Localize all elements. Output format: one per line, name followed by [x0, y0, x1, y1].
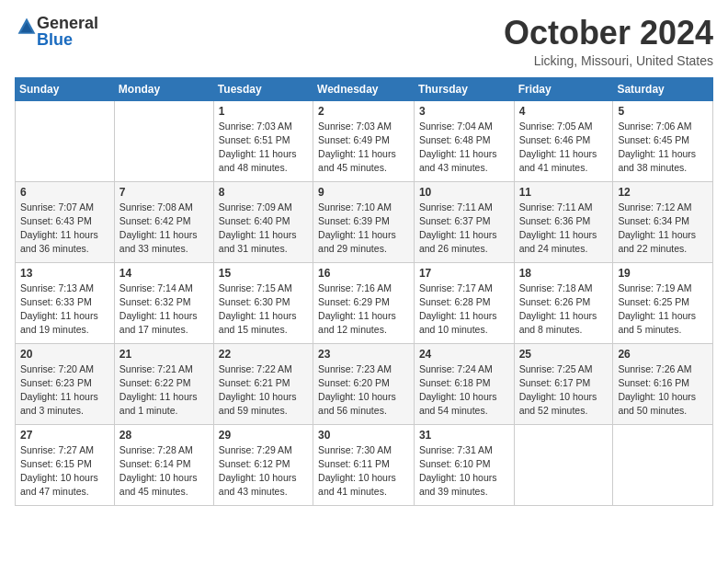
- day-info: Sunrise: 7:22 AMSunset: 6:21 PMDaylight:…: [219, 362, 308, 419]
- day-info: Sunrise: 7:11 AMSunset: 6:37 PMDaylight:…: [419, 201, 509, 257]
- day-number: 17: [419, 267, 509, 280]
- day-number: 7: [119, 186, 209, 199]
- day-number: 10: [419, 186, 509, 199]
- day-number: 19: [618, 267, 708, 280]
- day-info: Sunrise: 7:21 AMSunset: 6:22 PMDaylight:…: [119, 362, 209, 419]
- calendar-table: SundayMondayTuesdayWednesdayThursdayFrid…: [15, 77, 713, 506]
- week-row-3: 13Sunrise: 7:13 AMSunset: 6:33 PMDayligh…: [16, 262, 713, 343]
- calendar-cell: 27Sunrise: 7:27 AMSunset: 6:15 PMDayligh…: [16, 424, 115, 505]
- calendar-cell: 22Sunrise: 7:22 AMSunset: 6:21 PMDayligh…: [213, 343, 313, 424]
- calendar-cell: 28Sunrise: 7:28 AMSunset: 6:14 PMDayligh…: [114, 424, 213, 505]
- calendar-cell: 21Sunrise: 7:21 AMSunset: 6:22 PMDayligh…: [114, 343, 213, 424]
- day-number: 6: [20, 186, 109, 199]
- day-info: Sunrise: 7:25 AMSunset: 6:17 PMDaylight:…: [519, 362, 609, 419]
- day-number: 8: [219, 186, 308, 199]
- calendar-cell: 31Sunrise: 7:31 AMSunset: 6:10 PMDayligh…: [414, 424, 514, 505]
- day-info: Sunrise: 7:04 AMSunset: 6:48 PMDaylight:…: [419, 120, 509, 176]
- calendar-cell: 1Sunrise: 7:03 AMSunset: 6:51 PMDaylight…: [213, 100, 313, 181]
- day-info: Sunrise: 7:05 AMSunset: 6:46 PMDaylight:…: [519, 120, 609, 176]
- day-info: Sunrise: 7:23 AMSunset: 6:20 PMDaylight:…: [318, 362, 409, 419]
- day-number: 27: [20, 429, 109, 442]
- week-row-2: 6Sunrise: 7:07 AMSunset: 6:43 PMDaylight…: [16, 181, 713, 262]
- calendar-cell: 15Sunrise: 7:15 AMSunset: 6:30 PMDayligh…: [213, 262, 313, 343]
- calendar-cell: 2Sunrise: 7:03 AMSunset: 6:49 PMDaylight…: [313, 100, 415, 181]
- calendar-cell: 18Sunrise: 7:18 AMSunset: 6:26 PMDayligh…: [514, 262, 613, 343]
- calendar-cell: 3Sunrise: 7:04 AMSunset: 6:48 PMDaylight…: [414, 100, 514, 181]
- day-info: Sunrise: 7:12 AMSunset: 6:34 PMDaylight:…: [618, 201, 708, 257]
- day-number: 23: [318, 348, 409, 361]
- day-number: 16: [318, 267, 409, 280]
- week-row-5: 27Sunrise: 7:27 AMSunset: 6:15 PMDayligh…: [16, 424, 713, 505]
- header: General Blue October 2024 Licking, Misso…: [15, 15, 713, 68]
- logo: General Blue: [15, 15, 98, 48]
- calendar-cell: 6Sunrise: 7:07 AMSunset: 6:43 PMDaylight…: [16, 181, 115, 262]
- day-info: Sunrise: 7:14 AMSunset: 6:32 PMDaylight:…: [119, 282, 209, 338]
- page: General Blue October 2024 Licking, Misso…: [0, 0, 728, 563]
- day-number: 14: [119, 267, 209, 280]
- location: Licking, Missouri, United States: [504, 53, 713, 68]
- calendar-cell: 23Sunrise: 7:23 AMSunset: 6:20 PMDayligh…: [313, 343, 415, 424]
- day-number: 1: [219, 105, 308, 118]
- day-info: Sunrise: 7:17 AMSunset: 6:28 PMDaylight:…: [419, 282, 509, 338]
- header-thursday: Thursday: [414, 77, 514, 100]
- calendar-cell: 26Sunrise: 7:26 AMSunset: 6:16 PMDayligh…: [613, 343, 713, 424]
- day-info: Sunrise: 7:18 AMSunset: 6:26 PMDaylight:…: [519, 282, 609, 338]
- day-number: 12: [618, 186, 708, 199]
- calendar-cell: 16Sunrise: 7:16 AMSunset: 6:29 PMDayligh…: [313, 262, 415, 343]
- day-info: Sunrise: 7:19 AMSunset: 6:25 PMDaylight:…: [618, 282, 708, 338]
- day-number: 21: [119, 348, 209, 361]
- week-row-1: 1Sunrise: 7:03 AMSunset: 6:51 PMDaylight…: [16, 100, 713, 181]
- day-info: Sunrise: 7:30 AMSunset: 6:11 PMDaylight:…: [318, 443, 409, 500]
- day-number: 26: [618, 348, 708, 361]
- header-monday: Monday: [114, 77, 213, 100]
- calendar-cell: 30Sunrise: 7:30 AMSunset: 6:11 PMDayligh…: [313, 424, 415, 505]
- day-number: 5: [618, 105, 708, 118]
- calendar-cell: 13Sunrise: 7:13 AMSunset: 6:33 PMDayligh…: [16, 262, 115, 343]
- calendar-cell: [114, 100, 213, 181]
- month-title: October 2024: [504, 15, 713, 52]
- header-friday: Friday: [514, 77, 613, 100]
- day-number: 11: [519, 186, 609, 199]
- calendar-cell: 11Sunrise: 7:11 AMSunset: 6:36 PMDayligh…: [514, 181, 613, 262]
- day-info: Sunrise: 7:09 AMSunset: 6:40 PMDaylight:…: [219, 201, 308, 257]
- day-info: Sunrise: 7:03 AMSunset: 6:49 PMDaylight:…: [318, 120, 409, 176]
- calendar-cell: 17Sunrise: 7:17 AMSunset: 6:28 PMDayligh…: [414, 262, 514, 343]
- calendar-cell: 9Sunrise: 7:10 AMSunset: 6:39 PMDaylight…: [313, 181, 415, 262]
- day-number: 2: [318, 105, 409, 118]
- title-block: October 2024 Licking, Missouri, United S…: [504, 15, 713, 68]
- day-info: Sunrise: 7:15 AMSunset: 6:30 PMDaylight:…: [219, 282, 308, 338]
- calendar-cell: 8Sunrise: 7:09 AMSunset: 6:40 PMDaylight…: [213, 181, 313, 262]
- day-info: Sunrise: 7:16 AMSunset: 6:29 PMDaylight:…: [318, 282, 409, 338]
- day-number: 28: [119, 429, 209, 442]
- logo-text: General Blue: [37, 15, 98, 48]
- calendar-cell: [613, 424, 713, 505]
- day-info: Sunrise: 7:20 AMSunset: 6:23 PMDaylight:…: [20, 362, 109, 419]
- calendar-cell: 20Sunrise: 7:20 AMSunset: 6:23 PMDayligh…: [16, 343, 115, 424]
- day-info: Sunrise: 7:24 AMSunset: 6:18 PMDaylight:…: [419, 362, 509, 419]
- calendar-cell: 29Sunrise: 7:29 AMSunset: 6:12 PMDayligh…: [213, 424, 313, 505]
- day-info: Sunrise: 7:06 AMSunset: 6:45 PMDaylight:…: [618, 120, 708, 176]
- header-sunday: Sunday: [16, 77, 115, 100]
- day-info: Sunrise: 7:13 AMSunset: 6:33 PMDaylight:…: [20, 282, 109, 338]
- day-number: 4: [519, 105, 609, 118]
- header-tuesday: Tuesday: [213, 77, 313, 100]
- header-row: SundayMondayTuesdayWednesdayThursdayFrid…: [16, 77, 713, 100]
- day-number: 30: [318, 429, 409, 442]
- week-row-4: 20Sunrise: 7:20 AMSunset: 6:23 PMDayligh…: [16, 343, 713, 424]
- day-number: 20: [20, 348, 109, 361]
- calendar-cell: 14Sunrise: 7:14 AMSunset: 6:32 PMDayligh…: [114, 262, 213, 343]
- day-number: 13: [20, 267, 109, 280]
- day-info: Sunrise: 7:26 AMSunset: 6:16 PMDaylight:…: [618, 362, 708, 419]
- calendar-cell: 24Sunrise: 7:24 AMSunset: 6:18 PMDayligh…: [414, 343, 514, 424]
- day-info: Sunrise: 7:03 AMSunset: 6:51 PMDaylight:…: [219, 120, 308, 176]
- calendar-cell: 12Sunrise: 7:12 AMSunset: 6:34 PMDayligh…: [613, 181, 713, 262]
- day-info: Sunrise: 7:11 AMSunset: 6:36 PMDaylight:…: [519, 201, 609, 257]
- day-info: Sunrise: 7:07 AMSunset: 6:43 PMDaylight:…: [20, 201, 109, 257]
- day-number: 25: [519, 348, 609, 361]
- header-saturday: Saturday: [613, 77, 713, 100]
- day-number: 29: [219, 429, 308, 442]
- logo-icon: [17, 17, 37, 37]
- calendar-cell: 4Sunrise: 7:05 AMSunset: 6:46 PMDaylight…: [514, 100, 613, 181]
- day-number: 24: [419, 348, 509, 361]
- day-number: 9: [318, 186, 409, 199]
